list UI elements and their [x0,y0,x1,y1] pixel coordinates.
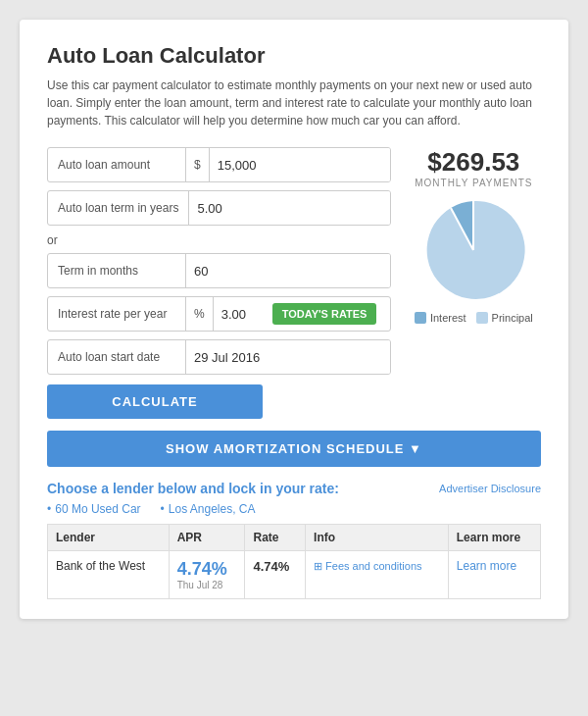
main-layout: Auto loan amount $ Auto loan term in yea… [47,147,541,419]
start-date-row: Auto loan start date [47,339,391,375]
learn-more-link[interactable]: Learn more [457,559,516,573]
term-months-input[interactable] [186,254,390,287]
amortization-button[interactable]: SHOW AMORTIZATION SCHEDULE ▼ [47,431,541,467]
principal-legend: Principal [476,312,533,324]
loan-amount-label: Auto loan amount [48,158,185,172]
page-description: Use this car payment calculator to estim… [47,77,541,129]
term-years-label: Auto loan term in years [48,201,188,215]
loan-amount-row: Auto loan amount $ [47,147,391,182]
col-learn-more: Learn more [448,525,540,551]
table-header: Lender APR Rate Info Learn more [48,525,541,551]
or-label: or [47,233,391,247]
start-date-label: Auto loan start date [48,350,185,364]
filter-label-1: Los Angeles, CA [169,502,256,516]
today-rates-button[interactable]: TODAY'S RATES [272,303,377,325]
term-years-row: Auto loan term in years [47,190,391,226]
principal-legend-label: Principal [492,312,533,324]
lender-filters: • 60 Mo Used Car • Los Angeles, CA [47,502,541,516]
fees-link[interactable]: ⊞Fees and conditions [314,560,421,572]
table-row: Bank of the West 4.74% Thu Jul 28 4.74% … [48,551,541,599]
chart-legend: Interest Principal [415,312,533,324]
interest-color-box [415,312,426,324]
lender-section: Choose a lender below and lock in your r… [47,481,541,599]
chart-section: $269.53 MONTHLY PAYMENTS Interest [407,147,541,419]
term-months-label: Term in months [48,264,185,278]
table-body: Bank of the West 4.74% Thu Jul 28 4.74% … [48,551,541,599]
col-lender: Lender [48,525,170,551]
calculator-card: Auto Loan Calculator Use this car paymen… [20,20,568,619]
lender-name: Bank of the West [48,551,170,599]
monthly-amount: $269.53 [427,147,519,178]
form-section: Auto loan amount $ Auto loan term in yea… [47,147,391,419]
principal-slice [427,201,525,299]
lender-apr: 4.74% Thu Jul 28 [169,551,245,599]
col-apr: APR [169,525,245,551]
loan-amount-input[interactable] [210,148,390,181]
lender-learn-more: Learn more [448,551,540,599]
filter-item-0: • 60 Mo Used Car [47,502,141,516]
start-date-input[interactable] [186,340,390,374]
interest-rate-row: Interest rate per year % TODAY'S RATES [47,296,391,332]
lender-info: ⊞Fees and conditions [306,551,449,599]
lender-heading: Choose a lender below and lock in your r… [47,481,339,496]
filter-item-1: • Los Angeles, CA [161,502,256,516]
interest-rate-input[interactable] [214,297,272,331]
interest-rate-label: Interest rate per year [48,307,185,321]
filter-label-0: 60 Mo Used Car [55,502,140,516]
advertiser-link[interactable]: Advertiser Disclosure [439,483,541,494]
interest-legend-label: Interest [430,312,466,324]
interest-legend: Interest [415,312,466,324]
principal-color-box [476,312,488,324]
advertiser-row: Choose a lender below and lock in your r… [47,481,541,496]
term-years-input[interactable] [189,191,389,225]
lender-table: Lender APR Rate Info Learn more Bank of … [47,524,541,599]
calculate-button[interactable]: CALCULATE [47,384,263,419]
col-info: Info [306,525,449,551]
col-rate: Rate [245,525,306,551]
lender-rate: 4.74% [245,551,306,599]
pie-chart [419,196,527,304]
page-title: Auto Loan Calculator [47,43,541,69]
interest-prefix: % [185,297,214,331]
term-months-row: Term in months [47,253,391,288]
monthly-label: MONTHLY PAYMENTS [415,178,532,188]
loan-amount-prefix: $ [186,148,210,181]
